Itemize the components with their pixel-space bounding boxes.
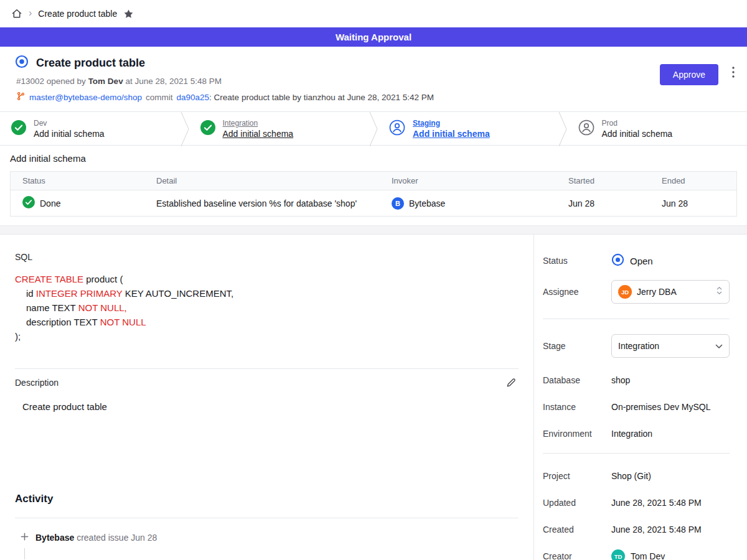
status-label: Status	[543, 256, 611, 266]
plus-icon	[20, 532, 29, 543]
stage-text: Prod Add initial schema	[602, 119, 673, 139]
sidebar-divider	[543, 453, 730, 454]
sql-line: CREATE TABLE product (	[15, 272, 519, 286]
task-started-cell: Jun 28	[557, 198, 650, 208]
task-detail-cell: Established baseline version %s for data…	[144, 198, 380, 208]
sidebar: Status Open Assignee JD Jerry DBA	[534, 235, 747, 560]
bytebase-issue-page: › Create product table Waiting Approval …	[0, 0, 747, 560]
commit-row: master@bytebase-demo/shop commit da90a25…	[16, 91, 732, 103]
col-started: Started	[557, 176, 650, 185]
sidebar-row-updated: Updated June 28, 2021 5:48 PM	[543, 495, 730, 510]
task-ended-cell: Jun 28	[650, 198, 736, 208]
issue-id: #13002	[16, 77, 47, 86]
sql-label: SQL	[15, 252, 519, 262]
project-label: Project	[543, 471, 611, 481]
updated-value: June 28, 2021 5:48 PM	[611, 498, 730, 508]
description-label: Description	[15, 378, 59, 388]
stage-done-check-icon	[11, 120, 26, 138]
task-table-row[interactable]: Done Established baseline version %s for…	[11, 190, 736, 216]
issue-meta: #13002 opened by Tom Dev at June 28, 202…	[16, 77, 732, 86]
database-label: Database	[543, 375, 611, 385]
stage-person-icon	[389, 119, 405, 138]
stage-text: Integration Add initial schema	[223, 119, 294, 139]
instance-value: On-premises Dev MySQL	[611, 402, 730, 412]
stage-env-label: Staging	[413, 119, 490, 128]
issue-title: Create product table	[36, 57, 145, 70]
sidebar-row-assignee: Assignee JD Jerry DBA	[543, 280, 730, 304]
stage-task-label: Add initial schema	[602, 129, 673, 139]
sidebar-row-instance: Instance On-premises Dev MySQL	[543, 399, 730, 414]
pipeline-stage-staging[interactable]: Staging Add initial schema	[378, 112, 558, 145]
sidebar-row-created: Created June 28, 2021 5:48 PM	[543, 522, 730, 537]
commit-hash-link[interactable]: da90a25	[177, 93, 210, 102]
issue-open-status-icon	[15, 55, 29, 71]
updown-chevron-icon	[716, 286, 723, 298]
status-value: Open	[611, 253, 730, 268]
breadcrumb-title: Create product table	[38, 9, 117, 19]
sql-description-divider	[15, 368, 519, 369]
stage-separator-icon	[369, 112, 378, 146]
issue-title-row: Create product table	[15, 55, 732, 71]
chevron-down-icon	[715, 340, 723, 352]
main-column: SQL CREATE TABLE product ( id INTEGER PR…	[0, 235, 534, 560]
stage-env-label: Prod	[602, 119, 673, 128]
home-icon[interactable]	[11, 8, 22, 19]
invoker-avatar: B	[392, 197, 404, 210]
open-status-icon	[611, 253, 624, 268]
task-section: Add initial schema Status Detail Invoker…	[0, 146, 747, 225]
assignee-avatar: JD	[618, 285, 632, 299]
task-table: Status Detail Invoker Started Ended Done…	[10, 171, 737, 217]
approve-button[interactable]: Approve	[660, 64, 718, 85]
approval-banner: Waiting Approval	[0, 27, 747, 47]
task-heading: Add initial schema	[10, 153, 737, 164]
stage-text: Staging Add initial schema	[413, 119, 490, 139]
created-label: Created	[543, 525, 611, 534]
col-detail: Detail	[144, 176, 380, 185]
sql-code-block: CREATE TABLE product ( id INTEGER PRIMAR…	[15, 272, 519, 343]
assignee-select[interactable]: JD Jerry DBA	[611, 280, 730, 304]
instance-label: Instance	[543, 402, 611, 412]
sidebar-row-creator: Creator TD Tom Dev	[543, 549, 730, 560]
sidebar-row-stage: Stage Integration	[543, 334, 730, 358]
edit-pencil-icon[interactable]	[506, 378, 516, 388]
col-invoker: Invoker	[380, 176, 557, 185]
updated-label: Updated	[543, 498, 611, 508]
created-value: June 28, 2021 5:48 PM	[611, 525, 730, 534]
pipeline-stage-integration[interactable]: Integration Add initial schema	[189, 112, 370, 145]
kebab-menu-icon[interactable]	[732, 67, 735, 78]
assignee-name: Jerry DBA	[637, 287, 677, 297]
sidebar-row-environment: Environment Integration	[543, 426, 730, 441]
description-text: Create product table	[15, 401, 519, 412]
issue-opened-by: opened by	[47, 77, 88, 86]
database-value: shop	[611, 375, 730, 385]
stage-separator-icon	[558, 112, 567, 146]
stage-select[interactable]: Integration	[611, 334, 730, 358]
issue-author: Tom Dev	[88, 77, 123, 86]
description-header-row: Description	[15, 378, 519, 388]
sidebar-row-status: Status Open	[543, 253, 730, 268]
sql-line: name TEXT NOT NULL,	[15, 301, 519, 315]
git-branch-icon	[16, 91, 26, 103]
pipeline-stage-prod[interactable]: Prod Add initial schema	[567, 112, 747, 145]
breadcrumb: › Create product table	[0, 0, 747, 27]
environment-label: Environment	[543, 429, 611, 439]
creator-name: Tom Dev	[631, 551, 665, 560]
section-divider-band	[0, 225, 747, 235]
favorite-star-icon[interactable]	[123, 9, 134, 19]
col-ended: Ended	[650, 176, 736, 185]
project-value: Shop (Git)	[611, 471, 730, 481]
invoker-name: Bytebase	[409, 198, 445, 208]
creator-avatar: TD	[611, 549, 625, 560]
stage-task-label: Add initial schema	[413, 129, 490, 139]
commit-branch-link[interactable]: master@bytebase-demo/shop	[29, 93, 142, 102]
sql-line: );	[15, 329, 519, 343]
stage-select-value: Integration	[618, 341, 659, 351]
activity-timeline-line	[24, 548, 25, 559]
status-text: Open	[630, 256, 653, 266]
activity-date: Jun 28	[131, 533, 157, 543]
pipeline-bar: Dev Add initial schema Integration Add i…	[0, 111, 747, 146]
activity-action: created issue	[77, 533, 128, 543]
issue-at: at	[123, 77, 135, 86]
pipeline-stage-dev[interactable]: Dev Add initial schema	[0, 112, 181, 145]
task-status-cell: Done	[11, 196, 144, 210]
